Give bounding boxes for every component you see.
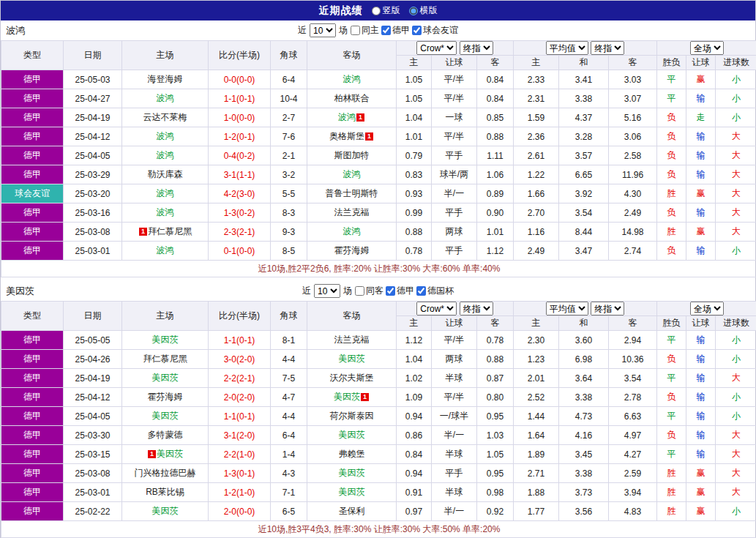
filter-checkbox-0[interactable]: 同客 bbox=[355, 285, 383, 297]
score-link[interactable]: 1-1(0-1) bbox=[224, 335, 255, 345]
handicap-result-cell: 走 bbox=[686, 108, 716, 127]
team-name[interactable]: 柏林联合 bbox=[334, 93, 370, 103]
date-cell: 25-04-12 bbox=[64, 388, 122, 407]
team-name[interactable]: 圣保利 bbox=[339, 506, 365, 516]
team-name[interactable]: 波鸿 bbox=[157, 207, 174, 217]
team-name[interactable]: 波鸿 bbox=[157, 131, 174, 141]
score-link[interactable]: 4-2(3-0) bbox=[224, 189, 255, 199]
score-cell: 0-1(0-0) bbox=[209, 242, 271, 261]
team-name[interactable]: 波鸿 bbox=[343, 169, 361, 179]
team-name[interactable]: 美因茨 bbox=[339, 354, 365, 364]
match-scope-select[interactable]: 全场 bbox=[690, 41, 724, 55]
odds-provider-select[interactable]: Crow* bbox=[416, 302, 457, 315]
team-name[interactable]: 海登海姆 bbox=[148, 74, 183, 84]
team-name[interactable]: 美因茨 bbox=[339, 487, 365, 497]
score-link[interactable]: 0-0(0-0) bbox=[224, 75, 255, 85]
filter-checkbox-1[interactable]: 德甲 bbox=[381, 24, 410, 37]
checkbox-input[interactable] bbox=[381, 26, 391, 35]
score-link[interactable]: 2-0(2-0) bbox=[224, 392, 255, 403]
team-name[interactable]: 美因茨 bbox=[339, 430, 365, 440]
team-name[interactable]: 霍芬海姆 bbox=[148, 392, 183, 402]
avg-select[interactable]: 平均值 bbox=[546, 41, 588, 55]
home-team-cell: 拜仁慕尼黑 bbox=[122, 350, 209, 369]
score-link[interactable]: 1-3(0-2) bbox=[224, 208, 255, 218]
team-name[interactable]: 波鸿 bbox=[157, 245, 174, 255]
filter-checkbox-1[interactable]: 德甲 bbox=[386, 285, 414, 297]
odds-provider-select[interactable]: Crow* bbox=[416, 41, 457, 55]
avg-time-select[interactable]: 终指 bbox=[591, 302, 624, 315]
team-name[interactable]: 波鸿 bbox=[338, 112, 356, 122]
team-name[interactable]: 美因茨 bbox=[152, 373, 179, 383]
team-name[interactable]: 拜仁慕尼黑 bbox=[148, 226, 192, 236]
score-link[interactable]: 3-1(1-1) bbox=[224, 170, 255, 180]
horizontal-radio-input[interactable] bbox=[409, 7, 418, 15]
checkbox-input[interactable] bbox=[412, 26, 422, 35]
score-link[interactable]: 2-2(2-1) bbox=[224, 373, 255, 384]
team-name[interactable]: 斯图加特 bbox=[334, 150, 370, 160]
match-count-select[interactable]: 10 bbox=[314, 284, 340, 298]
team-name[interactable]: 勒沃库森 bbox=[148, 169, 183, 179]
team-name[interactable]: 美因茨 bbox=[157, 449, 183, 459]
score-link[interactable]: 0-1(0-0) bbox=[224, 246, 255, 256]
team-name[interactable]: 拜仁慕尼黑 bbox=[143, 354, 187, 364]
filter-checkbox-2[interactable]: 德国杯 bbox=[416, 285, 454, 297]
team-name[interactable]: 美因茨 bbox=[152, 506, 179, 516]
team-name[interactable]: 法兰克福 bbox=[334, 207, 370, 217]
score-link[interactable]: 1-2(0-1) bbox=[224, 132, 255, 142]
score-link[interactable]: 3-1(2-0) bbox=[224, 430, 255, 441]
team-name[interactable]: 门兴格拉德巴赫 bbox=[135, 468, 196, 478]
team-name[interactable]: 普鲁士明斯特 bbox=[326, 188, 378, 198]
red-card-badge: 1 bbox=[365, 132, 373, 141]
team-name[interactable]: RB莱比锡 bbox=[146, 487, 184, 497]
layout-horizontal-radio[interactable]: 横版 bbox=[409, 4, 438, 17]
odds-header-group: Crow* 终指 bbox=[397, 41, 514, 56]
team-name[interactable]: 美因茨 bbox=[152, 335, 179, 345]
team-name[interactable]: 美因茨 bbox=[339, 468, 365, 478]
team-name[interactable]: 弗赖堡 bbox=[339, 449, 365, 459]
filter-checkbox-0[interactable]: 同主 bbox=[351, 24, 379, 37]
avg-home-cell: 1.66 bbox=[514, 184, 559, 203]
score-link[interactable]: 1-3(0-1) bbox=[224, 468, 255, 479]
team-name[interactable]: 波鸿 bbox=[157, 93, 174, 103]
team-name[interactable]: 荷尔斯泰因 bbox=[330, 411, 374, 421]
avg-time-select[interactable]: 终指 bbox=[591, 41, 624, 55]
league-cell: 德甲 bbox=[1, 464, 64, 483]
checkbox-input[interactable] bbox=[416, 286, 426, 296]
home-team-cell: 1美因茨 bbox=[122, 445, 209, 464]
checkbox-input[interactable] bbox=[386, 286, 395, 296]
team-name[interactable]: 奥格斯堡 bbox=[329, 131, 364, 141]
score-link[interactable]: 0-4(0-2) bbox=[224, 151, 255, 161]
team-name[interactable]: 美因茨 bbox=[334, 392, 360, 402]
score-link[interactable]: 1-1(0-1) bbox=[224, 94, 255, 104]
handicap-result-cell: 输 bbox=[686, 388, 716, 407]
checkbox-input[interactable] bbox=[351, 26, 360, 35]
match-count-select[interactable]: 10 bbox=[310, 23, 336, 37]
team-name[interactable]: 沃尔夫斯堡 bbox=[330, 373, 374, 383]
checkbox-input[interactable] bbox=[355, 286, 364, 296]
score-link[interactable]: 1-2(1-0) bbox=[224, 487, 255, 498]
team-name[interactable]: 美因茨 bbox=[152, 411, 179, 421]
team-name[interactable]: 法兰克福 bbox=[334, 335, 370, 345]
score-link[interactable]: 2-3(2-1) bbox=[224, 227, 255, 237]
team-name[interactable]: 波鸿 bbox=[343, 226, 361, 236]
filter-checkbox-2[interactable]: 球会友谊 bbox=[412, 24, 458, 37]
league-cell: 德甲 bbox=[1, 108, 64, 127]
layout-vertical-radio[interactable]: 竖版 bbox=[372, 4, 400, 17]
odds-time-select[interactable]: 终指 bbox=[460, 302, 493, 315]
score-link[interactable]: 2-0(0-0) bbox=[224, 507, 255, 517]
score-link[interactable]: 1-1(0-1) bbox=[224, 411, 255, 422]
team-name[interactable]: 霍芬海姆 bbox=[334, 245, 370, 255]
score-link[interactable]: 3-0(2-0) bbox=[224, 354, 255, 365]
team-name[interactable]: 波鸿 bbox=[343, 74, 361, 84]
score-link[interactable]: 2-2(1-0) bbox=[224, 449, 255, 460]
team-name[interactable]: 波鸿 bbox=[157, 188, 174, 198]
team-name[interactable]: 多特蒙德 bbox=[148, 430, 183, 440]
avg-select[interactable]: 平均值 bbox=[546, 302, 588, 315]
odds-time-select[interactable]: 终指 bbox=[460, 41, 493, 55]
score-cell: 1-1(0-1) bbox=[209, 407, 271, 426]
vertical-radio-input[interactable] bbox=[372, 7, 381, 15]
match-scope-select[interactable]: 全场 bbox=[690, 302, 724, 315]
score-link[interactable]: 1-0(0-0) bbox=[224, 113, 255, 123]
team-name[interactable]: 云达不莱梅 bbox=[143, 112, 187, 122]
team-name[interactable]: 波鸿 bbox=[157, 150, 174, 160]
